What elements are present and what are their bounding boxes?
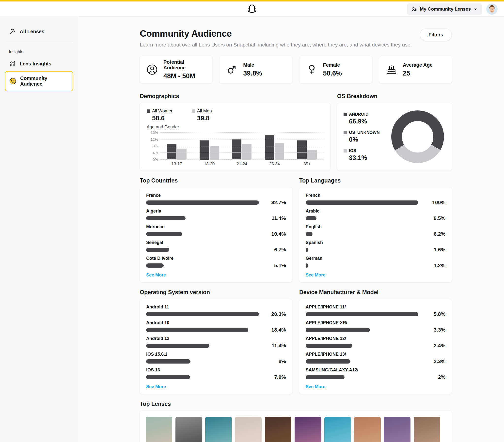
lens-card[interactable]: ☀Romantic Sun...	[295, 417, 321, 442]
bar-all-men	[275, 143, 284, 160]
user-avatar[interactable]	[486, 3, 498, 15]
bar-row: SAMSUNG/GALAXY A12/2%	[306, 368, 445, 380]
os-breakdown-section: OS Breakdown ANDROID66.9%OS_UNKNOWN0%IOS…	[337, 93, 452, 170]
os-versions-card: Android 1120.3%Android 1018.4%Android 12…	[140, 299, 292, 394]
bar-row: IOS 15.6.18%	[146, 352, 286, 364]
bar	[146, 200, 259, 205]
bar-label: SAMSUNG/GALAXY A12/	[306, 368, 445, 373]
bar-row: Android 1018.4%	[146, 320, 286, 333]
bar	[306, 344, 418, 348]
sidebar-item-all-lenses[interactable]: All Lenses	[5, 24, 73, 39]
bar-label: Cote D Ivoire	[146, 256, 286, 261]
bar-value: 100%	[422, 199, 445, 205]
section-title-demographics: Demographics	[140, 93, 330, 100]
section-title-os-versions: Operating System version	[140, 289, 292, 296]
lens-card[interactable]: ☺Airy Shadows...	[205, 417, 232, 442]
gridline	[161, 153, 323, 153]
bar	[146, 344, 259, 348]
lens-card[interactable]: ☀suny	[354, 417, 381, 442]
lens-card[interactable]: Soft Filter Si...	[414, 417, 440, 442]
lens-card[interactable]: ♥Heart on Scre...	[146, 417, 172, 442]
bar-value: 10.4%	[262, 231, 286, 237]
bar-label: Android 12	[146, 336, 286, 341]
bar	[306, 232, 418, 236]
stat-value: 58.6%	[323, 70, 342, 77]
bar-value: 2%	[422, 374, 445, 380]
see-more-link[interactable]: See More	[146, 273, 166, 278]
stat-label: Potential Audience	[163, 59, 206, 71]
my-community-lenses-button[interactable]: My Community Lenses	[407, 3, 482, 15]
lens-card[interactable]: ♥Tender Heart	[235, 417, 262, 442]
bar-row: Arabic9.5%	[306, 209, 445, 221]
bar	[306, 200, 418, 205]
os-legend-value: 66.9%	[343, 118, 387, 125]
bar-row: APPLE/IPHONE 12/2.4%	[306, 336, 445, 349]
main-content: Community Audience Learn more about over…	[78, 17, 504, 442]
top-lenses-section: Top Lenses ♥Heart on Scre...♥Snowy Heart…	[140, 401, 452, 442]
lens-card[interactable]: ▲BlazeR	[265, 417, 291, 442]
bar-value: 7.9%	[262, 374, 286, 380]
x-axis-label: 35+	[297, 162, 317, 166]
gridline	[161, 139, 323, 140]
bar-all-women	[232, 139, 241, 160]
bar-all-women	[297, 141, 307, 160]
os-legend: ANDROID66.9%OS_UNKNOWN0%IOS33.1%	[343, 112, 387, 162]
bar	[146, 264, 259, 268]
snapchat-ghost-logo	[246, 3, 258, 15]
gridline	[161, 132, 323, 133]
section-title-devices: Device Manufacturer & Model	[299, 289, 452, 296]
stat-card: Average Age25	[379, 56, 452, 83]
demographics-card: All Women 58.6 All Men 39.8 Age and Gend…	[140, 103, 330, 170]
bar	[146, 216, 259, 220]
y-axis-tick: 12%	[151, 137, 158, 141]
section-title-top-languages: Top Languages	[299, 177, 452, 184]
lens-card[interactable]: ♥Snowy Hearts	[176, 417, 202, 442]
age-gender-chart: 0%4%8%12%16%	[147, 133, 323, 160]
y-axis-tick: 8%	[153, 144, 158, 148]
filters-button[interactable]: Filters	[420, 29, 452, 41]
bar	[306, 328, 418, 332]
page-subtitle: Learn more about overall Lens Users on S…	[140, 42, 412, 48]
bar-value: 2.4%	[422, 343, 445, 349]
os-legend-item: IOS33.1%	[343, 148, 387, 162]
x-axis-label: 13-17	[167, 162, 187, 166]
bar-all-women	[167, 144, 177, 160]
x-axis-label: 18-20	[199, 162, 219, 166]
bar-row: Cote D Ivoire5.1%	[146, 256, 286, 268]
bar-label: APPLE/IPHONE 11/	[306, 304, 445, 310]
cake-icon	[386, 64, 397, 75]
bar-group	[232, 139, 252, 160]
sidebar-item-community-audience[interactable]: Community Audience	[5, 71, 73, 91]
legend-value-women: 58.6	[147, 114, 174, 122]
sidebar: All Lenses Insights Lens Insights Commun…	[0, 17, 78, 442]
top-countries-section: Top Countries France32.7%Algeria11.4%Mor…	[140, 177, 292, 282]
sidebar-item-lens-insights[interactable]: Lens Insights	[5, 56, 73, 71]
lens-card[interactable]: ☺Smiley Face S...	[384, 417, 411, 442]
bar-row: Senegal6.7%	[146, 240, 286, 253]
male-icon	[226, 64, 238, 75]
see-more-link[interactable]: See More	[306, 273, 325, 278]
bar-label: IOS 16	[146, 368, 286, 373]
stat-value: 48M - 50M	[163, 72, 206, 80]
lens-card[interactable]: ♥Blochistan Love	[324, 417, 351, 442]
bar-label: Spanish	[306, 240, 445, 245]
bar-label: APPLE/IPHONE 12/	[306, 336, 445, 341]
see-more-link[interactable]: See More	[146, 384, 166, 389]
stat-card: Female58.6%	[300, 56, 372, 83]
bar-label: Senegal	[146, 240, 286, 245]
bar-row: Spanish1.6%	[306, 240, 445, 253]
stat-card: Male39.8%	[219, 56, 292, 83]
top-languages-section: Top Languages French100%Arabic9.5%Englis…	[299, 177, 452, 282]
bar-row: APPLE/IPHONE 11/5.8%	[306, 304, 445, 317]
chevron-down-icon	[474, 7, 477, 11]
section-title-top-countries: Top Countries	[140, 177, 292, 184]
gridline	[161, 159, 323, 160]
bar	[146, 359, 259, 364]
bar-value: 20.3%	[262, 311, 286, 317]
bar-value: 5.8%	[422, 311, 445, 317]
see-more-link[interactable]: See More	[306, 384, 325, 389]
bar	[146, 375, 259, 379]
bar-label: Arabic	[306, 209, 445, 214]
smiley-audience-icon	[9, 78, 16, 85]
bar-row: France32.7%	[146, 193, 286, 205]
